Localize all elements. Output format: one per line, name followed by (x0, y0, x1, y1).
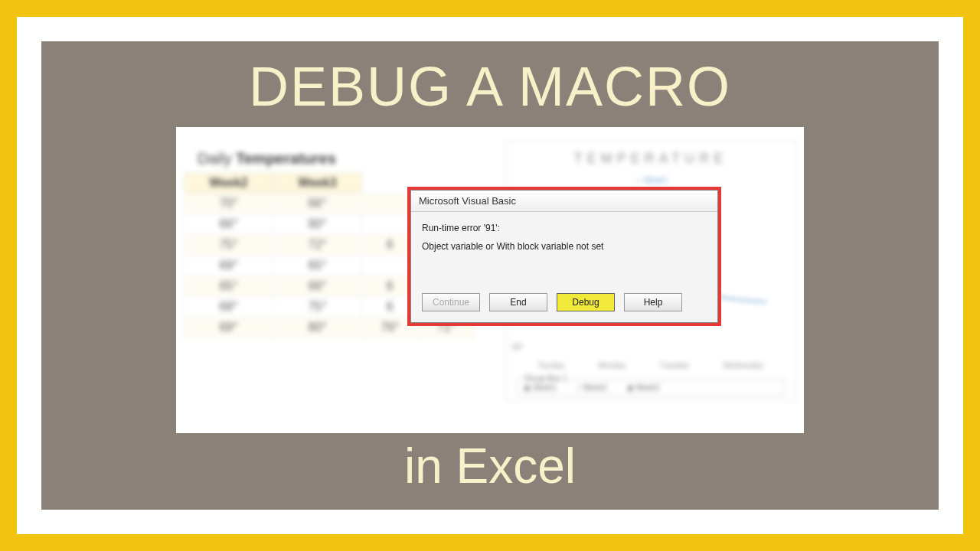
radio-option[interactable]: ◉ Week1 (524, 383, 557, 392)
sheet-heading: Daily Temperatures (184, 150, 475, 168)
chart-group-box: Group Box 1 ◉ Week1 ○ Week2 ◉ Week3 (517, 380, 785, 396)
table-header: Week2 (185, 173, 273, 194)
end-button[interactable]: End (489, 293, 547, 311)
dialog-button-row: Continue End Debug Help (411, 285, 717, 322)
error-message-text: Object variable or With block variable n… (422, 241, 707, 252)
chart-y-tick: 60° (512, 343, 524, 351)
debug-button[interactable]: Debug (557, 293, 615, 311)
dialog-titlebar: Microsoft Visual Basic (411, 191, 717, 212)
radio-option[interactable]: ◉ Week3 (627, 383, 660, 392)
excel-screenshot: Daily Temperatures Week2 Week3 70°66° 66… (176, 127, 804, 433)
chart-title: TEMPERATURE (506, 151, 795, 167)
radio-option[interactable]: ○ Week2 (577, 383, 607, 392)
sheet-heading-bold: Temperatures (236, 150, 336, 167)
sheet-heading-prefix: Daily (198, 150, 236, 167)
chart-x-label: Sunday (538, 361, 564, 370)
error-dialog: Microsoft Visual Basic Run-time error '9… (410, 190, 718, 323)
page-subtitle: in Excel (404, 438, 576, 494)
chart-x-label: Monday (599, 361, 626, 370)
chart-x-axis: Sunday Monday Tuesday Wednesday (521, 361, 780, 370)
dialog-body: Run-time error '91': Object variable or … (411, 212, 717, 285)
chart-legend: — Week1 (506, 176, 795, 184)
page-title: DEBUG A MACRO (249, 55, 731, 118)
chart-x-label: Tuesday (660, 361, 689, 370)
continue-button: Continue (422, 293, 480, 311)
group-box-title: Group Box 1 (522, 374, 570, 383)
error-dialog-highlight: Microsoft Visual Basic Run-time error '9… (407, 187, 721, 326)
chart-x-label: Wednesday (723, 361, 763, 370)
error-code-text: Run-time error '91': (422, 223, 707, 233)
inner-frame: DEBUG A MACRO Daily Temperatures Week2 W… (41, 41, 939, 510)
outer-frame: DEBUG A MACRO Daily Temperatures Week2 W… (17, 17, 963, 534)
help-button[interactable]: Help (624, 293, 682, 311)
table-header: Week3 (273, 173, 362, 194)
